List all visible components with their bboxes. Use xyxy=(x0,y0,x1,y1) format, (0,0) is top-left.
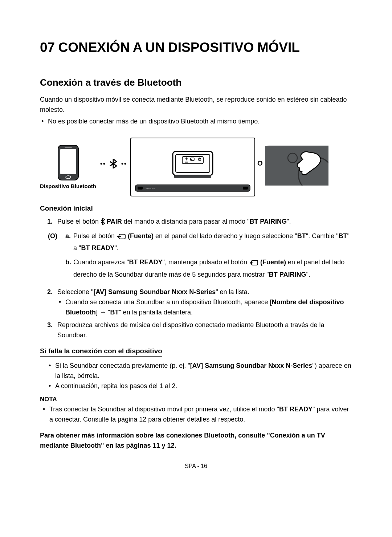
text: Cuando aparezca " xyxy=(73,259,129,266)
or-separator: O xyxy=(257,159,263,167)
or-label: (O) xyxy=(48,231,65,284)
or-block: (O) a. Pulse el botón (Fuente) en el pan… xyxy=(48,231,352,284)
text: ". xyxy=(287,218,291,225)
soundbar-front-figure: SAMSUNG xyxy=(130,138,255,196)
text: en el panel del lado derecho y luego sel… xyxy=(154,232,297,240)
figure-row: Dispositivo Bluetooth xyxy=(40,138,352,196)
text: Tras conectar la Soundbar al dispositivo… xyxy=(49,406,279,413)
bt-label: BT xyxy=(110,309,119,316)
page-footer: SPA - 16 xyxy=(40,463,352,469)
step-2-bullet: Cuando se conecta una Soundbar a un disp… xyxy=(57,297,352,318)
fail-heading-text: Si falla la conexión con el dispositivo xyxy=(40,347,162,357)
phone-icon xyxy=(56,145,81,181)
initial-heading: Conexión inicial xyxy=(40,204,352,212)
text: Pulse el botón xyxy=(73,232,117,240)
mode-label: BT PAIRING xyxy=(249,218,287,225)
text: ". xyxy=(306,271,310,278)
letter: a. xyxy=(65,231,71,241)
fail-bullet-2: A continuación, repita los pasos del 1 a… xyxy=(47,381,352,391)
source-icon xyxy=(249,259,258,269)
svg-text:SAMSUNG: SAMSUNG xyxy=(146,187,155,190)
source-icon xyxy=(117,233,126,243)
text: " en la lista. xyxy=(216,288,249,296)
btpair-label: BT PAIRING xyxy=(269,271,306,278)
bt-label: BT xyxy=(339,232,347,240)
source-label: (Fuente) xyxy=(126,232,154,240)
text: " en la pantalla delantera. xyxy=(119,309,193,316)
fail-heading: Si falla la conexión con el dispositivo xyxy=(40,347,352,357)
svg-rect-17 xyxy=(174,175,211,178)
page: 07 CONEXIÓN A UN DISPOSITIVO MÓVIL Conex… xyxy=(0,0,392,484)
text: Pulse el botón xyxy=(57,218,101,225)
steps-list: Pulse el botón PAIR del mando a distanci… xyxy=(47,217,352,228)
btready-label: BT READY xyxy=(279,406,313,413)
svg-point-7 xyxy=(124,163,126,164)
text: ". xyxy=(114,244,118,252)
text: ", mantenga pulsado el botón xyxy=(163,259,249,266)
page-title: 07 CONEXIÓN A UN DISPOSITIVO MÓVIL xyxy=(40,40,352,55)
fail-list: Si la Soundbar conectada previamente (p.… xyxy=(47,361,352,391)
section-heading: Conexión a través de Bluetooth xyxy=(40,77,352,88)
bt-signal-icon xyxy=(99,159,127,168)
svg-rect-1 xyxy=(60,149,76,174)
source-label: (Fuente) xyxy=(258,259,286,266)
device-name: [AV] Samsung Soundbar Nxxx N-Series xyxy=(93,288,216,296)
text: Si la Soundbar conectada previamente (p.… xyxy=(55,362,190,369)
nota-list: Tras conectar la Soundbar al dispositivo… xyxy=(41,404,352,425)
intro-bullet: No es posible conectar más de un disposi… xyxy=(40,117,352,127)
pair-label: PAIR xyxy=(105,218,122,225)
final-note: Para obtener más información sobre las c… xyxy=(40,431,352,451)
text: ". Cambie " xyxy=(306,232,339,240)
bt-label: BT xyxy=(297,232,306,240)
fail-bullet-1: Si la Soundbar conectada previamente (p.… xyxy=(47,361,352,381)
svg-point-4 xyxy=(101,163,102,164)
phone-label: Dispositivo Bluetooth xyxy=(40,183,96,189)
svg-rect-21 xyxy=(243,187,248,190)
letter: b. xyxy=(65,257,71,268)
step-1: Pulse el botón PAIR del mando a distanci… xyxy=(47,217,352,228)
intro-text: Cuando un dispositivo móvil se conecta m… xyxy=(40,95,352,115)
step-2: Seleccione "[AV] Samsung Soundbar Nxxx N… xyxy=(47,287,352,318)
device-name: [AV] Samsung Soundbar Nxxx N-Series xyxy=(190,362,313,369)
text: del mando a distancia para pasar al modo… xyxy=(122,218,250,225)
phone-figure: Dispositivo Bluetooth xyxy=(40,145,96,189)
substep-b: b. Cuando aparezca "BT READY", mantenga … xyxy=(65,257,352,280)
text: ] → " xyxy=(96,309,110,316)
text: Cuando se conecta una Soundbar a un disp… xyxy=(65,298,271,306)
text: Seleccione " xyxy=(57,288,93,296)
svg-point-6 xyxy=(122,163,123,164)
btready-label: BT READY xyxy=(81,244,114,252)
svg-rect-19 xyxy=(138,187,143,190)
intro-bullet-list: No es posible conectar más de un disposi… xyxy=(40,117,352,127)
nota-label: NOTA xyxy=(40,396,352,403)
svg-rect-23 xyxy=(265,146,328,186)
nota-bullet: Tras conectar la Soundbar al dispositivo… xyxy=(41,404,352,425)
svg-point-5 xyxy=(103,163,105,164)
step-3: Reproduzca archivos de música del dispos… xyxy=(47,320,352,341)
btready-label: BT READY xyxy=(129,259,163,266)
svg-rect-10 xyxy=(182,156,203,164)
svg-rect-3 xyxy=(65,147,72,148)
substep-a: a. Pulse el botón (Fuente) en el panel d… xyxy=(65,231,352,254)
bluetooth-icon xyxy=(101,218,105,228)
soundbar-touch-figure xyxy=(265,146,328,186)
steps-list-cont: Seleccione "[AV] Samsung Soundbar Nxxx N… xyxy=(47,287,352,341)
